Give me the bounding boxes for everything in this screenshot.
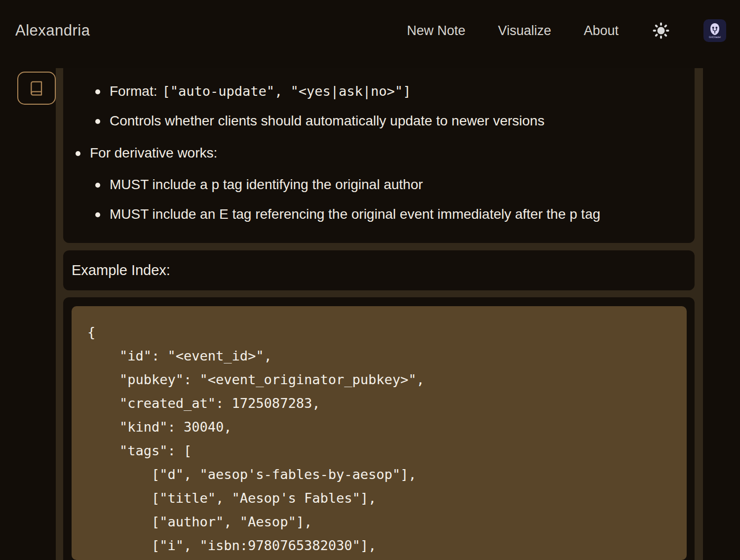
list-item-must-e-tag: MUST include an E tag referencing the or…: [63, 204, 695, 224]
nav-new-note[interactable]: New Note: [407, 23, 466, 39]
list-item-derivative-works: For derivative works:: [63, 143, 695, 163]
bullet-dot: [95, 183, 100, 188]
nav-visualize[interactable]: Visualize: [498, 23, 551, 39]
example-index-label: Example Index:: [72, 262, 170, 279]
list-item-text: For derivative works:: [90, 143, 217, 163]
gitcitadel-shield-icon: [709, 23, 720, 36]
json-code-block: { "id": "<event_id>", "pubkey": "<event_…: [72, 306, 687, 560]
bullet-dot: [76, 151, 80, 156]
nav-about[interactable]: About: [584, 23, 619, 39]
list-item-must-p-tag: MUST include a p tag identifying the ori…: [63, 175, 695, 195]
list-item-format: Format:["auto-update", "<yes|ask|no>"]: [63, 81, 695, 101]
sun-icon: [651, 21, 671, 40]
book-icon: [29, 80, 44, 96]
list-item-text: MUST include an E tag referencing the or…: [110, 204, 600, 224]
inline-code: ["auto-update", "<yes|ask|no>"]: [162, 83, 411, 99]
json-code-text: { "id": "<event_id>", "pubkey": "<event_…: [72, 306, 687, 558]
list-item-controls: Controls whether clients should automati…: [63, 111, 695, 131]
document-panel: Format:["auto-update", "<yes|ask|no>"] C…: [56, 68, 703, 560]
list-item-text: Controls whether clients should automati…: [110, 111, 545, 131]
navbar-right: New Note Visualize About: [407, 19, 726, 42]
bullet-dot: [95, 212, 100, 217]
spec-bullets-card: Format:["auto-update", "<yes|ask|no>"] C…: [63, 68, 695, 243]
reader-toggle-button[interactable]: [17, 72, 56, 105]
gitcitadel-logo[interactable]: GitCitadel: [703, 19, 726, 42]
bullet-dot: [95, 89, 100, 94]
brand-title[interactable]: Alexandria: [15, 22, 90, 40]
gitcitadel-logo-label: GitCitadel: [709, 36, 721, 39]
code-example-card: { "id": "<event_id>", "pubkey": "<event_…: [63, 297, 695, 560]
bullet-dot: [95, 119, 100, 124]
list-item-text: Format:["auto-update", "<yes|ask|no>"]: [110, 81, 411, 101]
page: Alexandria New Note Visualize About: [0, 0, 740, 560]
example-index-card: Example Index:: [63, 250, 695, 290]
list-item-text: MUST include a p tag identifying the ori…: [110, 175, 423, 195]
theme-toggle-button[interactable]: [651, 21, 671, 40]
top-navbar: Alexandria New Note Visualize About: [0, 0, 740, 61]
